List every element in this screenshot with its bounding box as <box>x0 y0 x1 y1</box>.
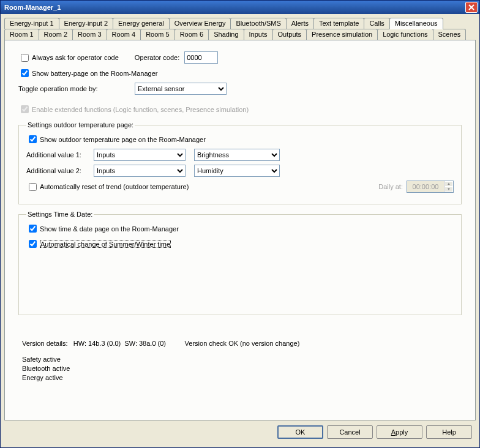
spinner-down-icon: ▼ <box>444 187 453 192</box>
tab-overview-energy[interactable]: Overview Energy <box>169 18 231 29</box>
dialog-window: Room-Manager_1 Room 1Room 2Room 3Room 4R… <box>0 0 480 448</box>
auto-dst-label[interactable]: Automatical change of Summer/Winter time <box>40 241 171 248</box>
auto-reset-trend-label[interactable]: Automatically reset of trend (outdoor te… <box>40 183 189 190</box>
tab-room-6[interactable]: Room 6 <box>174 29 209 40</box>
help-button[interactable]: Help <box>426 425 472 439</box>
version-check: Version check OK (no version change) <box>185 340 300 347</box>
status-line: Safety active <box>22 356 462 363</box>
always-ask-operator-checkbox[interactable] <box>21 54 29 62</box>
tab-content-miscellaneous: Always ask for operator code Operator co… <box>4 40 476 420</box>
tabstrip: Room 1Room 2Room 3Room 4Room 5Room 6Shad… <box>4 18 476 40</box>
operator-code-input[interactable] <box>184 51 218 64</box>
additional-value-2-type-select[interactable]: Humidity <box>194 165 280 177</box>
show-battery-checkbox[interactable] <box>21 69 29 77</box>
auto-reset-trend-checkbox[interactable] <box>29 183 37 191</box>
window-title: Room-Manager_1 <box>4 4 465 11</box>
titlebar: Room-Manager_1 <box>1 1 479 14</box>
tab-room-4[interactable]: Room 4 <box>107 29 141 40</box>
version-sw: SW: 38a.0 (0) <box>124 340 166 347</box>
show-time-date-label[interactable]: Show time & date page on the Room-Manage… <box>40 225 179 233</box>
additional-value-2-label: Additional value 2: <box>26 167 94 174</box>
status-line: Bluetooth active <box>22 365 462 372</box>
close-button[interactable] <box>465 2 478 13</box>
tab-shading[interactable]: Shading <box>208 29 244 40</box>
tab-room-2[interactable]: Room 2 <box>39 29 73 40</box>
additional-value-1-type-select[interactable]: Brightness <box>194 149 280 161</box>
tab-energy-input-2[interactable]: Energy-input 2 <box>59 18 114 29</box>
outdoor-group-legend: Settings outdoor temperature page: <box>26 121 135 129</box>
auto-dst-checkbox[interactable] <box>29 240 37 248</box>
toggle-mode-select[interactable]: External sensor <box>135 83 227 95</box>
tab-miscellaneous[interactable]: Miscellaneous <box>389 18 443 29</box>
tab-energy-input-1[interactable]: Energy-input 1 <box>4 18 59 29</box>
cancel-button[interactable]: Cancel <box>327 425 373 439</box>
tab-outputs[interactable]: Outputs <box>272 29 307 40</box>
operator-code-label: Operator code: <box>135 54 179 61</box>
time-date-legend: Settings Time & Date: <box>26 211 94 218</box>
additional-value-1-source-select[interactable]: Inputs <box>94 149 186 161</box>
tab-text-template[interactable]: Text template <box>313 18 364 29</box>
status-block: Safety activeBluetooth activeEnergy acti… <box>22 356 462 381</box>
daily-at-spinner: ▲ ▼ <box>407 181 454 193</box>
additional-value-1-label: Additional value 1: <box>26 151 94 159</box>
version-prefix: Version details: <box>22 340 68 347</box>
daily-at-label: Daily at: <box>378 183 403 190</box>
version-hw: HW: 14b.3 (0.0) <box>73 340 121 347</box>
tab-calls[interactable]: Calls <box>364 18 389 29</box>
button-bar: OK Cancel Apply Help <box>4 420 476 444</box>
tab-inputs[interactable]: Inputs <box>244 29 273 40</box>
always-ask-operator-label[interactable]: Always ask for operator code <box>32 54 119 61</box>
show-outdoor-checkbox[interactable] <box>29 135 37 143</box>
version-details: Version details: HW: 14b.3 (0.0) SW: 38a… <box>22 340 462 347</box>
tab-scenes[interactable]: Scenes <box>433 29 467 40</box>
show-time-date-checkbox[interactable] <box>29 225 37 233</box>
time-date-group: Settings Time & Date: Show time & date p… <box>18 211 462 315</box>
close-icon <box>468 4 474 10</box>
status-line: Energy active <box>22 374 462 381</box>
show-battery-label[interactable]: Show battery-page on the Room-Manager <box>32 70 157 77</box>
tab-room-1[interactable]: Room 1 <box>4 29 39 40</box>
outdoor-temperature-group: Settings outdoor temperature page: Show … <box>18 121 462 204</box>
toggle-mode-label: Toggle operation mode by: <box>18 85 135 92</box>
show-outdoor-label[interactable]: Show outdoor temperature page on the Roo… <box>40 136 206 143</box>
spinner-buttons: ▲ ▼ <box>444 181 453 192</box>
dialog-body: Room 1Room 2Room 3Room 4Room 5Room 6Shad… <box>1 14 479 447</box>
tab-room-3[interactable]: Room 3 <box>72 29 107 40</box>
spinner-up-icon: ▲ <box>444 181 453 187</box>
ok-button[interactable]: OK <box>277 425 323 439</box>
tab-energy-general[interactable]: Energy general <box>113 18 170 29</box>
daily-at-input <box>407 181 444 192</box>
tab-bluetooth-sms[interactable]: Bluetooth/SMS <box>230 18 286 29</box>
enable-extended-checkbox <box>21 105 29 113</box>
tab-alerts[interactable]: Alerts <box>286 18 314 29</box>
additional-value-2-source-select[interactable]: Inputs <box>94 165 186 177</box>
tab-presence-simulation[interactable]: Presence simulation <box>306 29 378 40</box>
enable-extended-label: Enable extended functions (Logic functio… <box>32 106 249 113</box>
tab-room-5[interactable]: Room 5 <box>140 29 175 40</box>
tab-logic-functions[interactable]: Logic functions <box>377 29 433 40</box>
apply-button[interactable]: Apply <box>377 425 422 439</box>
